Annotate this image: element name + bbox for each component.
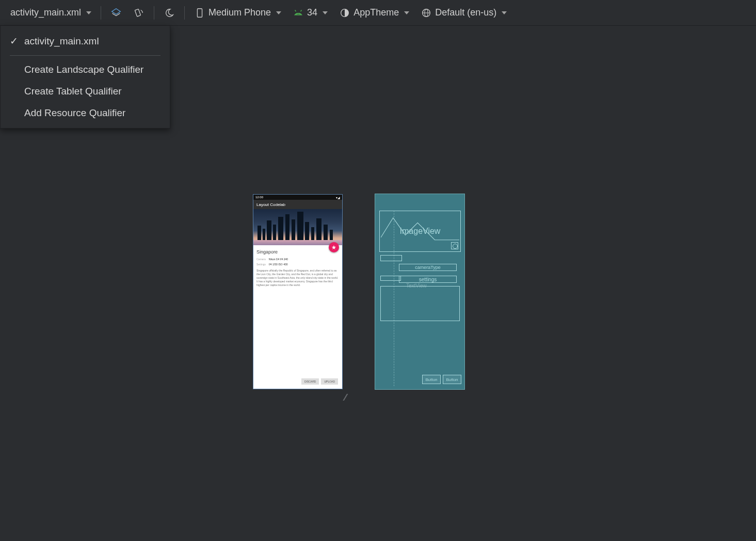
globe-icon xyxy=(421,7,432,19)
discard-button[interactable]: DISCARD xyxy=(301,378,319,385)
dropdown-item-label: Create Tablet Qualifier xyxy=(24,86,122,97)
divider xyxy=(184,6,185,20)
bp-imageview[interactable]: ImageView xyxy=(379,211,461,252)
dropdown-create-tablet[interactable]: Create Tablet Qualifier xyxy=(1,81,170,102)
layers-icon xyxy=(110,7,122,19)
device-selector[interactable]: Medium Phone xyxy=(189,4,286,22)
check-icon: ✓ xyxy=(10,35,19,47)
bp-button2[interactable]: Button xyxy=(443,375,461,384)
blueprint-preview[interactable]: ImageView cameraType settings TextView B… xyxy=(375,194,465,390)
bp-camera-field[interactable]: cameraType xyxy=(399,264,457,271)
moon-icon xyxy=(164,7,175,19)
bp-textview[interactable] xyxy=(380,286,460,321)
sun-icon xyxy=(451,242,458,249)
content-area: Singapore Camera Nikon D4 f/4 240 Settin… xyxy=(253,245,342,291)
night-mode-toggle[interactable] xyxy=(158,4,180,22)
bp-camera-label: cameraType xyxy=(415,265,441,270)
design-preview[interactable]: 12:00 ▾◢ Layout Codelab ★ Singapore Came… xyxy=(253,194,343,389)
svg-point-3 xyxy=(299,13,300,13)
app-bar-title: Layout Codelab xyxy=(256,202,285,207)
dropdown-item-label: Add Resource Qualifier xyxy=(24,107,125,119)
api-level-label: 34 xyxy=(307,7,317,18)
dropdown-current-file[interactable]: ✓ activity_main.xml xyxy=(1,30,170,52)
api-level-selector[interactable]: 34 xyxy=(287,4,333,22)
status-time: 12:00 xyxy=(255,196,263,199)
bp-label-box[interactable] xyxy=(380,255,402,261)
camera-label: Camera xyxy=(256,258,266,261)
dropdown-file-label: activity_main.xml xyxy=(24,36,99,47)
bp-button-label: Button xyxy=(425,377,437,382)
divider xyxy=(101,6,101,20)
header-image xyxy=(253,209,342,245)
bp-settings-field[interactable]: settings xyxy=(399,276,457,283)
divider xyxy=(10,55,160,56)
phone-icon xyxy=(194,7,205,19)
divider xyxy=(154,6,154,20)
svg-point-2 xyxy=(297,13,297,13)
fab-star[interactable]: ★ xyxy=(329,242,339,252)
locale-label: Default (en-us) xyxy=(435,7,496,18)
locale-selector[interactable]: Default (en-us) xyxy=(415,4,512,22)
dropdown-add-qualifier[interactable]: Add Resource Qualifier xyxy=(1,102,170,124)
mountain-icon xyxy=(381,212,459,243)
svg-rect-0 xyxy=(135,9,140,17)
design-surface-toggle[interactable] xyxy=(105,4,127,22)
android-icon xyxy=(293,7,304,19)
chevron-down-icon xyxy=(404,11,409,14)
chevron-down-icon xyxy=(323,11,328,14)
content-body: Singapore officially the Republic of Sin… xyxy=(256,269,339,287)
layout-file-selector[interactable]: activity_main.xml xyxy=(5,4,96,21)
design-toolbar: activity_main.xml Medium Phone xyxy=(0,0,756,26)
preview-buttons: DISCARD UPLOAD xyxy=(301,378,338,385)
dropdown-create-landscape[interactable]: Create Landscape Qualifier xyxy=(1,59,170,81)
theme-selector[interactable]: AppTheme xyxy=(334,4,414,22)
svg-rect-1 xyxy=(197,8,202,17)
contrast-icon xyxy=(339,7,350,19)
bp-label-box[interactable] xyxy=(380,276,401,281)
rotate-icon xyxy=(133,7,144,19)
resize-handle[interactable]: ⁄⁄ xyxy=(345,392,346,403)
content-title: Singapore xyxy=(256,249,339,254)
app-bar: Layout Codelab xyxy=(253,200,342,209)
orientation-toggle[interactable] xyxy=(128,4,150,22)
file-name-label: activity_main.xml xyxy=(10,7,81,18)
device-label: Medium Phone xyxy=(208,7,271,18)
chevron-down-icon xyxy=(502,11,507,14)
svg-line-4 xyxy=(295,10,296,11)
star-icon: ★ xyxy=(331,244,336,251)
dropdown-item-label: Create Landscape Qualifier xyxy=(24,64,143,75)
bp-button1[interactable]: Button xyxy=(422,375,441,384)
settings-value: f/4 1/50 ISO 400 xyxy=(269,263,287,266)
upload-button[interactable]: UPLOAD xyxy=(321,378,338,385)
bp-button-label: Button xyxy=(446,377,458,382)
theme-label: AppTheme xyxy=(353,7,399,18)
bp-settings-label: settings xyxy=(419,277,437,282)
svg-line-5 xyxy=(301,10,302,11)
status-icons: ▾◢ xyxy=(336,196,340,199)
chevron-down-icon xyxy=(86,11,91,14)
chevron-down-icon xyxy=(276,11,281,14)
layout-variant-dropdown: ✓ activity_main.xml Create Landscape Qua… xyxy=(0,26,170,129)
camera-value: Nikon D4 f/4 240 xyxy=(269,258,288,261)
status-bar: 12:00 ▾◢ xyxy=(253,195,342,200)
settings-label: Settings xyxy=(256,263,266,266)
